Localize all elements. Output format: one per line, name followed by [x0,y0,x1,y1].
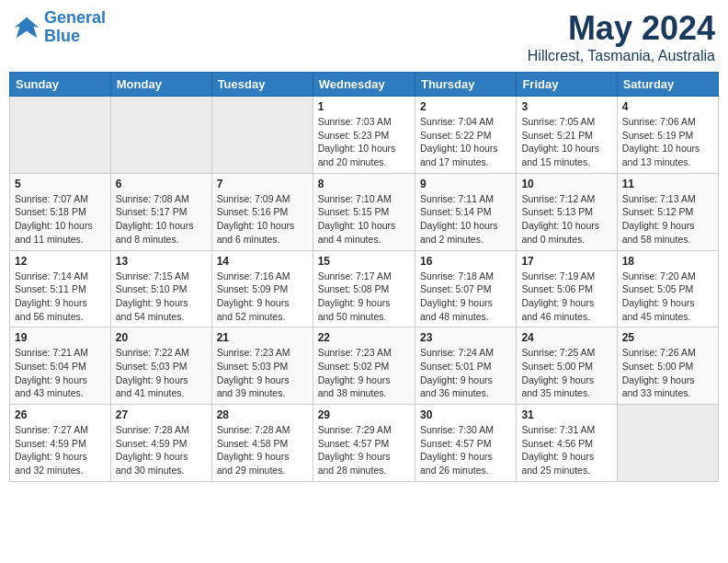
day-info: Sunrise: 7:31 AM Sunset: 4:56 PM Dayligh… [521,423,611,477]
calendar-day-cell: 2Sunrise: 7:04 AM Sunset: 5:22 PM Daylig… [415,97,516,174]
calendar-week-row: 26Sunrise: 7:27 AM Sunset: 4:59 PM Dayli… [10,405,719,482]
calendar-day-cell: 13Sunrise: 7:15 AM Sunset: 5:10 PM Dayli… [110,250,211,327]
day-number: 30 [420,408,511,421]
title-area: May 2024 Hillcrest, Tasmania, Australia [528,9,715,64]
calendar-week-row: 12Sunrise: 7:14 AM Sunset: 5:11 PM Dayli… [10,250,719,327]
day-info: Sunrise: 7:24 AM Sunset: 5:01 PM Dayligh… [420,346,511,400]
calendar-day-cell: 10Sunrise: 7:12 AM Sunset: 5:13 PM Dayli… [517,173,617,250]
day-number: 5 [15,178,106,190]
logo-icon [13,14,40,41]
calendar-day-cell: 4Sunrise: 7:06 AM Sunset: 5:19 PM Daylig… [617,97,718,174]
day-info: Sunrise: 7:05 AM Sunset: 5:21 PM Dayligh… [521,115,611,169]
day-info: Sunrise: 7:29 AM Sunset: 4:57 PM Dayligh… [318,423,410,477]
day-info: Sunrise: 7:03 AM Sunset: 5:23 PM Dayligh… [318,115,410,169]
day-number: 29 [318,408,410,421]
day-number: 1 [318,100,410,113]
day-number: 11 [622,178,713,190]
calendar-day-cell: 7Sunrise: 7:09 AM Sunset: 5:16 PM Daylig… [211,173,313,250]
day-number: 26 [15,408,106,421]
day-number: 7 [217,178,308,190]
calendar-day-cell [617,405,718,482]
calendar-day-cell: 31Sunrise: 7:31 AM Sunset: 4:56 PM Dayli… [517,405,617,482]
calendar-day-cell: 23Sunrise: 7:24 AM Sunset: 5:01 PM Dayli… [415,327,516,405]
day-number: 3 [521,100,611,113]
day-info: Sunrise: 7:08 AM Sunset: 5:17 PM Dayligh… [116,192,207,247]
day-number: 14 [217,255,308,268]
day-info: Sunrise: 7:09 AM Sunset: 5:16 PM Dayligh… [217,192,308,247]
calendar-day-cell: 1Sunrise: 7:03 AM Sunset: 5:23 PM Daylig… [313,97,415,174]
day-info: Sunrise: 7:26 AM Sunset: 5:00 PM Dayligh… [622,346,713,400]
day-info: Sunrise: 7:15 AM Sunset: 5:10 PM Dayligh… [116,270,207,324]
calendar-day-cell: 24Sunrise: 7:25 AM Sunset: 5:00 PM Dayli… [517,327,617,405]
day-number: 8 [318,178,410,190]
calendar-title: May 2024 [528,9,715,48]
day-info: Sunrise: 7:07 AM Sunset: 5:18 PM Dayligh… [15,192,106,247]
day-number: 18 [622,255,713,268]
day-number: 22 [318,331,410,344]
day-info: Sunrise: 7:28 AM Sunset: 4:58 PM Dayligh… [217,423,308,477]
calendar-day-cell: 26Sunrise: 7:27 AM Sunset: 4:59 PM Dayli… [10,405,111,482]
day-number: 28 [217,408,308,421]
day-info: Sunrise: 7:17 AM Sunset: 5:08 PM Dayligh… [318,270,410,324]
day-info: Sunrise: 7:23 AM Sunset: 5:02 PM Dayligh… [318,346,410,400]
calendar-day-cell: 16Sunrise: 7:18 AM Sunset: 5:07 PM Dayli… [415,250,516,327]
calendar-day-cell: 5Sunrise: 7:07 AM Sunset: 5:18 PM Daylig… [10,173,111,250]
calendar-day-cell: 21Sunrise: 7:23 AM Sunset: 5:03 PM Dayli… [211,327,313,405]
logo-general: General [44,8,106,27]
day-number: 6 [116,178,207,190]
day-number: 10 [521,178,611,190]
calendar-day-cell: 9Sunrise: 7:11 AM Sunset: 5:14 PM Daylig… [415,173,516,250]
calendar-day-cell [110,97,211,174]
day-number: 19 [15,331,106,344]
weekday-header: Saturday [617,73,718,97]
day-info: Sunrise: 7:30 AM Sunset: 4:57 PM Dayligh… [420,423,511,477]
calendar-day-cell: 15Sunrise: 7:17 AM Sunset: 5:08 PM Dayli… [313,250,415,327]
logo-text: General Blue [44,9,106,46]
calendar-day-cell [211,97,313,174]
day-number: 21 [217,331,308,344]
calendar-day-cell [10,97,111,174]
day-number: 12 [15,255,106,268]
calendar-day-cell: 11Sunrise: 7:13 AM Sunset: 5:12 PM Dayli… [617,173,718,250]
day-info: Sunrise: 7:27 AM Sunset: 4:59 PM Dayligh… [15,423,106,477]
weekday-header: Thursday [415,73,516,97]
day-info: Sunrise: 7:22 AM Sunset: 5:03 PM Dayligh… [116,346,207,400]
day-info: Sunrise: 7:10 AM Sunset: 5:15 PM Dayligh… [318,192,410,247]
weekday-header: Friday [517,73,617,97]
day-number: 13 [116,255,207,268]
calendar-day-cell: 19Sunrise: 7:21 AM Sunset: 5:04 PM Dayli… [10,327,111,405]
day-number: 27 [116,408,207,421]
day-info: Sunrise: 7:21 AM Sunset: 5:04 PM Dayligh… [15,346,106,400]
weekday-header: Wednesday [313,73,415,97]
calendar-day-cell: 27Sunrise: 7:28 AM Sunset: 4:59 PM Dayli… [110,405,211,482]
day-number: 15 [318,255,410,268]
day-number: 2 [420,100,511,113]
calendar-day-cell: 29Sunrise: 7:29 AM Sunset: 4:57 PM Dayli… [313,405,415,482]
calendar-day-cell: 22Sunrise: 7:23 AM Sunset: 5:02 PM Dayli… [313,327,415,405]
calendar-day-cell: 14Sunrise: 7:16 AM Sunset: 5:09 PM Dayli… [211,250,313,327]
calendar-day-cell: 3Sunrise: 7:05 AM Sunset: 5:21 PM Daylig… [517,97,617,174]
day-number: 16 [420,255,511,268]
calendar-week-row: 5Sunrise: 7:07 AM Sunset: 5:18 PM Daylig… [10,173,719,250]
calendar-day-cell: 28Sunrise: 7:28 AM Sunset: 4:58 PM Dayli… [211,405,313,482]
weekday-header: Sunday [10,73,111,97]
calendar-day-cell: 20Sunrise: 7:22 AM Sunset: 5:03 PM Dayli… [110,327,211,405]
calendar-week-row: 1Sunrise: 7:03 AM Sunset: 5:23 PM Daylig… [10,97,719,174]
day-info: Sunrise: 7:19 AM Sunset: 5:06 PM Dayligh… [521,270,611,324]
calendar-subtitle: Hillcrest, Tasmania, Australia [528,48,715,64]
day-info: Sunrise: 7:18 AM Sunset: 5:07 PM Dayligh… [420,270,511,324]
day-info: Sunrise: 7:23 AM Sunset: 5:03 PM Dayligh… [217,346,308,400]
svg-marker-0 [15,17,40,39]
day-info: Sunrise: 7:25 AM Sunset: 5:00 PM Dayligh… [521,346,611,400]
day-number: 31 [521,408,611,421]
weekday-header: Tuesday [211,73,313,97]
day-info: Sunrise: 7:13 AM Sunset: 5:12 PM Dayligh… [622,192,713,247]
calendar-day-cell: 12Sunrise: 7:14 AM Sunset: 5:11 PM Dayli… [10,250,111,327]
logo-blue: Blue [44,27,80,45]
calendar-day-cell: 30Sunrise: 7:30 AM Sunset: 4:57 PM Dayli… [415,405,516,482]
calendar-day-cell: 25Sunrise: 7:26 AM Sunset: 5:00 PM Dayli… [617,327,718,405]
day-number: 4 [622,100,713,113]
calendar-week-row: 19Sunrise: 7:21 AM Sunset: 5:04 PM Dayli… [10,327,719,405]
day-info: Sunrise: 7:11 AM Sunset: 5:14 PM Dayligh… [420,192,511,247]
calendar-day-cell: 8Sunrise: 7:10 AM Sunset: 5:15 PM Daylig… [313,173,415,250]
